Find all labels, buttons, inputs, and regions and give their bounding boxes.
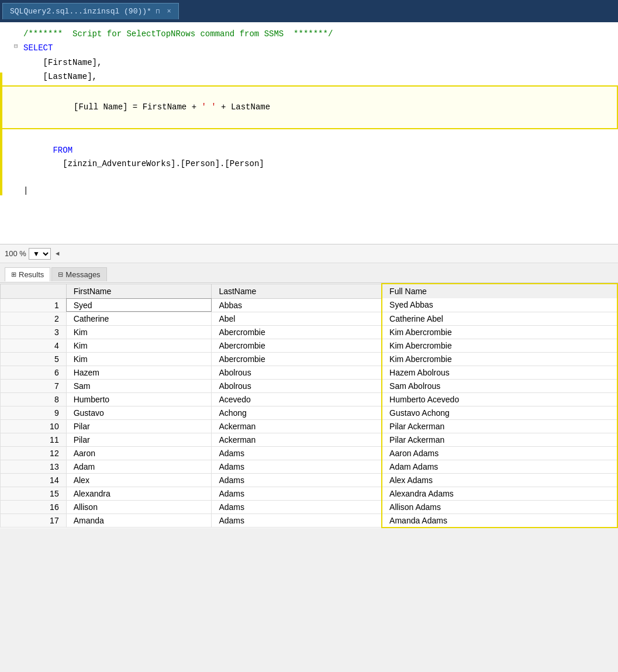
fullname-line: [Full Name] = FirstName + ' ' + LastName bbox=[25, 88, 617, 127]
code-line-from: FROM [zinzin_AdventureWorks].[Person].[P… bbox=[0, 130, 618, 184]
table-row: 7SamAbolrousSam Abolrous bbox=[1, 379, 618, 392]
row-num: 14 bbox=[1, 473, 67, 487]
cell-fullname: Catherine Abel bbox=[382, 312, 617, 325]
cell-firstname: Kim bbox=[66, 339, 212, 352]
tab-results[interactable]: ⊞ Results bbox=[5, 267, 50, 281]
code-line-fullname: [Full Name] = FirstName + ' ' + LastName bbox=[0, 85, 618, 129]
cell-fullname: Syed Abbas bbox=[382, 298, 617, 312]
code-line-comment: /******* Script for SelectTopNRows comma… bbox=[0, 27, 618, 41]
cell-lastname: Abercrombie bbox=[212, 325, 382, 339]
results-tab-label: Results bbox=[19, 270, 44, 279]
firstname-line: [FirstName], bbox=[23, 56, 618, 69]
lastname-line: [LastName], bbox=[23, 70, 618, 83]
cell-lastname: Acevedo bbox=[212, 392, 382, 406]
row-num: 1 bbox=[1, 298, 67, 312]
zoom-dropdown[interactable]: ▼ bbox=[29, 248, 51, 260]
scroll-left-icon[interactable]: ◄ bbox=[53, 249, 62, 259]
row-num: 17 bbox=[1, 514, 67, 528]
cell-lastname: Adams bbox=[212, 500, 382, 514]
table-row: 3KimAbercrombieKim Abercrombie bbox=[1, 325, 618, 339]
cell-fullname: Gustavo Achong bbox=[382, 406, 617, 419]
close-icon[interactable]: × bbox=[167, 8, 171, 16]
row-num: 4 bbox=[1, 339, 67, 352]
cell-lastname: Abercrombie bbox=[212, 352, 382, 366]
row-num: 6 bbox=[1, 366, 67, 379]
table-row: 9GustavoAchongGustavo Achong bbox=[1, 406, 618, 419]
comment-text: /******* Script for SelectTopNRows comma… bbox=[23, 27, 618, 40]
cell-firstname: Allison bbox=[66, 500, 212, 514]
results-container: FirstName LastName Full Name 1SyedAbbasS… bbox=[0, 283, 618, 528]
row-num: 13 bbox=[1, 460, 67, 473]
cell-lastname: Adams bbox=[212, 514, 382, 528]
fullname-quote: ' ' bbox=[201, 102, 216, 112]
cell-firstname: Catherine bbox=[66, 312, 212, 325]
pin-icon[interactable]: ⊓ bbox=[156, 8, 160, 15]
results-icon: ⊞ bbox=[11, 271, 16, 278]
cell-fullname: Sam Abolrous bbox=[382, 379, 617, 392]
select-keyword: SELECT bbox=[23, 42, 618, 54]
from-line: FROM [zinzin_AdventureWorks].[Person].[P… bbox=[23, 131, 618, 184]
messages-icon: ⊟ bbox=[58, 271, 63, 278]
messages-tab-label: Messages bbox=[65, 270, 100, 279]
table-row: 11PilarAckermanPilar Ackerman bbox=[1, 433, 618, 446]
cell-lastname: Abbas bbox=[212, 298, 382, 312]
cell-firstname: Hazem bbox=[66, 366, 212, 379]
cell-firstname: Alexandra bbox=[66, 487, 212, 500]
tab-title: SQLQuery2.sql...inzinsql (90))* bbox=[10, 7, 151, 16]
tab-messages[interactable]: ⊟ Messages bbox=[51, 267, 106, 281]
collapse-bar bbox=[0, 73, 2, 195]
cell-lastname: Abercrombie bbox=[212, 339, 382, 352]
table-row: 14AlexAdamsAlex Adams bbox=[1, 473, 618, 487]
code-line-firstname: [FirstName], bbox=[0, 56, 618, 70]
cell-firstname: Syed bbox=[66, 298, 212, 312]
row-num: 2 bbox=[1, 312, 67, 325]
result-tabs: ⊞ Results ⊟ Messages bbox=[0, 263, 618, 283]
table-row: 5KimAbercrombieKim Abercrombie bbox=[1, 352, 618, 366]
cell-firstname: Pilar bbox=[66, 419, 212, 433]
zoom-bar: 100 % ▼ ◄ bbox=[0, 244, 618, 263]
cell-fullname: Pilar Ackerman bbox=[382, 433, 617, 446]
cell-firstname: Adam bbox=[66, 460, 212, 473]
row-num: 7 bbox=[1, 379, 67, 392]
cell-firstname: Gustavo bbox=[66, 406, 212, 419]
cell-lastname: Adams bbox=[212, 487, 382, 500]
cell-firstname: Amanda bbox=[66, 514, 212, 528]
row-num: 8 bbox=[1, 392, 67, 406]
col-header-firstname: FirstName bbox=[66, 284, 212, 298]
cell-fullname: Adam Adams bbox=[382, 460, 617, 473]
cell-fullname: Kim Abercrombie bbox=[382, 352, 617, 366]
row-num: 3 bbox=[1, 325, 67, 339]
cell-firstname: Kim bbox=[66, 352, 212, 366]
table-row: 10PilarAckermanPilar Ackerman bbox=[1, 419, 618, 433]
code-line-lastname: [LastName], bbox=[0, 70, 618, 84]
col-header-lastname: LastName bbox=[212, 284, 382, 298]
row-num: 12 bbox=[1, 446, 67, 460]
table-row: 8HumbertoAcevedoHumberto Acevedo bbox=[1, 392, 618, 406]
table-row: 4KimAbercrombieKim Abercrombie bbox=[1, 339, 618, 352]
code-line-select: ⊟ SELECT bbox=[0, 41, 618, 55]
query-tab[interactable]: SQLQuery2.sql...inzinsql (90))* ⊓ × bbox=[2, 3, 179, 19]
results-table: FirstName LastName Full Name 1SyedAbbasS… bbox=[0, 283, 618, 528]
cell-firstname: Pilar bbox=[66, 433, 212, 446]
cell-fullname: Humberto Acevedo bbox=[382, 392, 617, 406]
cell-firstname: Sam bbox=[66, 379, 212, 392]
row-num: 10 bbox=[1, 419, 67, 433]
code-line-empty: | bbox=[0, 184, 618, 198]
cell-fullname: Pilar Ackerman bbox=[382, 419, 617, 433]
col-header-rownum bbox=[1, 284, 67, 298]
cell-lastname: Achong bbox=[212, 406, 382, 419]
cell-fullname: Kim Abercrombie bbox=[382, 339, 617, 352]
row-num: 5 bbox=[1, 352, 67, 366]
fullname-prefix: [Full Name] = FirstName + bbox=[54, 102, 201, 112]
table-row: 17AmandaAdamsAmanda Adams bbox=[1, 514, 618, 528]
cell-fullname: Alex Adams bbox=[382, 473, 617, 487]
editor-area: /******* Script for SelectTopNRows comma… bbox=[0, 22, 618, 244]
table-row: 15AlexandraAdamsAlexandra Adams bbox=[1, 487, 618, 500]
cell-lastname: Ackerman bbox=[212, 419, 382, 433]
tab-bar: SQLQuery2.sql...inzinsql (90))* ⊓ × bbox=[0, 0, 618, 22]
zoom-level: 100 % bbox=[5, 249, 26, 258]
cell-lastname: Adams bbox=[212, 460, 382, 473]
cell-lastname: Ackerman bbox=[212, 433, 382, 446]
cell-fullname: Kim Abercrombie bbox=[382, 325, 617, 339]
cell-lastname: Abolrous bbox=[212, 379, 382, 392]
